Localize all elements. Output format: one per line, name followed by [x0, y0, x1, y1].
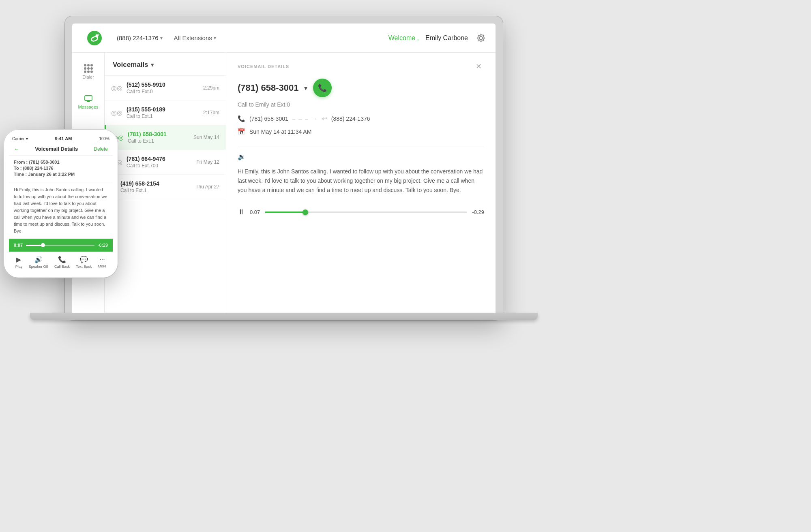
- vm-number-4: (419) 658-2154: [120, 180, 191, 187]
- phone-more-button[interactable]: ··· More: [98, 256, 107, 269]
- phone-from-number: (781) 658-3001: [29, 160, 59, 165]
- dialer-icon: [84, 64, 93, 73]
- vm-info-2: (781) 658-3001 Call to Ext.1: [128, 131, 189, 144]
- detail-subtitle-text: Call to Emily at Ext.0: [238, 101, 484, 108]
- phone-delete-button[interactable]: Delete: [94, 146, 108, 152]
- voicemail-wave-icon-1: ◎◎: [111, 109, 122, 117]
- phone-controls-row: ▶ Play 🔊 Speaker Off 📞 Call Back 💬 Text …: [9, 252, 113, 273]
- time-label: Time :: [14, 172, 28, 177]
- voicemail-detail-panel: VOICEMAIL DETAILS ✕ (781) 658-3001 ▾ 📞 C…: [226, 53, 496, 313]
- phone-time-text: 9:41 AM: [55, 136, 72, 141]
- more-label: More: [98, 264, 107, 268]
- phone-callback-button[interactable]: 📞 Call Back: [54, 256, 70, 269]
- speaker-icon: 🔊: [34, 256, 43, 263]
- route-to-number: (888) 224-1376: [331, 115, 370, 122]
- route-arrow-icon: – – – →: [292, 115, 318, 122]
- sidebar-dialer-label: Dialer: [82, 75, 94, 79]
- vm-info-3: (781) 664-9476 Call to Ext.700: [127, 156, 192, 169]
- audio-time-current: 0.07: [250, 209, 260, 215]
- voicemail-list-header: Voicemails ▾: [105, 53, 226, 76]
- phone-call-icon: 📞: [318, 83, 327, 92]
- vm-time-1: 2:17pm: [203, 110, 219, 115]
- vm-ext-3: Call to Ext.700: [127, 163, 192, 169]
- audio-player-row: ⏸ 0.07 -0.29: [238, 208, 484, 216]
- phone-battery-text: 100%: [99, 137, 109, 141]
- callback-label: Call Back: [54, 265, 70, 269]
- phone-chevron-icon: ▾: [160, 35, 163, 41]
- voicemail-item-0[interactable]: ◎◎ (512) 555-9910 Call to Ext.0 2:29pm: [105, 76, 226, 100]
- extensions-selector[interactable]: All Extensions ▾: [170, 32, 220, 44]
- laptop-container: (888) 224-1376 ▾ All Extensions ▾ Welcom…: [65, 16, 503, 320]
- phone-time-row: Time : January 26 at 3:22 PM: [14, 172, 108, 177]
- ext-chevron-icon: ▾: [214, 35, 216, 41]
- phone-to-row: To : (888) 224-1376: [14, 166, 108, 171]
- detail-header-label: VOICEMAIL DETAILS: [238, 64, 289, 69]
- detail-header-row: VOICEMAIL DETAILS ✕: [238, 61, 484, 72]
- audio-thumb: [303, 209, 308, 215]
- vm-ext-0: Call to Ext.0: [127, 89, 199, 94]
- voicemail-item-4[interactable]: ⟳ (419) 658-2154 Call to Ext.1 Thu Apr 2…: [105, 175, 226, 199]
- vm-time-0: 2:29pm: [203, 85, 219, 91]
- phone-play-button[interactable]: ▶ Play: [15, 256, 23, 269]
- vm-ext-4: Call to Ext.1: [120, 188, 191, 193]
- phone-container: Carrier ▾ 9:41 AM 100% ← Voicemail Detai…: [4, 130, 118, 278]
- more-icon: ···: [99, 256, 105, 263]
- laptop-screen: (888) 224-1376 ▾ All Extensions ▾ Welcom…: [72, 24, 496, 313]
- pause-button[interactable]: ⏸: [238, 208, 245, 216]
- transcript-text: Hi Emily, this is John Santos calling. I…: [238, 167, 484, 195]
- phone-screen: ← Voicemail Details Delete From : (781) …: [9, 143, 113, 273]
- audio-track[interactable]: [265, 212, 467, 213]
- sidebar-item-messages[interactable]: Messages: [74, 91, 103, 113]
- vm-info-0: (512) 555-9910 Call to Ext.0: [127, 81, 199, 94]
- to-label: To :: [14, 166, 23, 171]
- vm-ext-1: Call to Ext.1: [127, 113, 199, 119]
- app-header: (888) 224-1376 ▾ All Extensions ▾ Welcom…: [72, 24, 496, 53]
- extensions-label: All Extensions: [174, 34, 212, 41]
- phone-audio-bar: 0:07 -0:29: [9, 239, 113, 252]
- voicemail-item-2[interactable]: ◎◎ (781) 658-3001 Call to Ext.1 Sun May …: [105, 125, 226, 150]
- phone-audio-track[interactable]: [26, 245, 94, 246]
- voicemail-item-1[interactable]: ◎◎ (315) 555-0189 Call to Ext.1 2:17pm: [105, 100, 226, 125]
- vm-time-3: Fri May 12: [196, 159, 219, 165]
- vm-ext-2: Call to Ext.1: [128, 138, 189, 144]
- caller-dropdown-button[interactable]: ▾: [304, 84, 307, 92]
- phone-back-button[interactable]: ←: [14, 146, 19, 152]
- voicemail-chevron-icon: ▾: [151, 61, 154, 68]
- vm-time-4: Thu Apr 27: [195, 184, 219, 190]
- phone-number-selector[interactable]: (888) 224-1376 ▾: [113, 32, 167, 44]
- textback-label: Text Back: [76, 265, 92, 269]
- speaker-label: Speaker Off: [29, 265, 48, 269]
- from-label: From :: [14, 160, 29, 165]
- call-route-row: 📞 (781) 658-3001 – – – → ↩ (888) 224-137…: [238, 115, 484, 122]
- audio-progress-bar: [265, 212, 305, 213]
- caller-number-text: (781) 658-3001: [238, 83, 298, 93]
- vm-number-1: (315) 555-0189: [127, 106, 199, 113]
- sidebar-messages-label: Messages: [78, 105, 98, 109]
- header-right: Welcome , Emily Carbone: [388, 32, 487, 45]
- svg-rect-5: [85, 96, 92, 100]
- laptop-frame: (888) 224-1376 ▾ All Extensions ▾ Welcom…: [65, 16, 503, 320]
- phone-number-label: (888) 224-1376: [117, 34, 159, 41]
- date-row: 📅 Sun May 14 at 11:34 AM: [238, 128, 484, 135]
- phone-frame: Carrier ▾ 9:41 AM 100% ← Voicemail Detai…: [4, 130, 118, 278]
- close-detail-button[interactable]: ✕: [473, 61, 484, 72]
- header-controls: (888) 224-1376 ▾ All Extensions ▾: [113, 32, 220, 44]
- phone-textback-button[interactable]: 💬 Text Back: [76, 256, 92, 269]
- settings-button[interactable]: [474, 32, 487, 45]
- textback-icon: 💬: [80, 256, 88, 263]
- back-arrow-icon: ←: [14, 146, 19, 152]
- logo-area: [80, 30, 109, 46]
- voicemail-wave-icon-0: ◎◎: [111, 84, 122, 92]
- detail-caller-row: (781) 658-3001 ▾ 📞: [238, 79, 484, 97]
- audio-time-remaining: -0.29: [472, 209, 484, 215]
- phone-speaker-button[interactable]: 🔊 Speaker Off: [29, 256, 48, 269]
- vm-time-2: Sun May 14: [193, 135, 219, 140]
- call-back-button[interactable]: 📞: [313, 79, 332, 97]
- phone-to-number: (888) 224-1376: [23, 166, 53, 171]
- phone-from-to-section: From : (781) 658-3001 To : (888) 224-137…: [9, 156, 113, 182]
- phone-playback-current: 0:07: [14, 243, 23, 248]
- sidebar-item-dialer[interactable]: Dialer: [74, 61, 103, 83]
- voicemail-item-3[interactable]: ◎◎ (781) 664-9476 Call to Ext.700 Fri Ma…: [105, 150, 226, 175]
- route-from-number: (781) 658-3001: [249, 115, 288, 122]
- messages-icon: [84, 94, 93, 103]
